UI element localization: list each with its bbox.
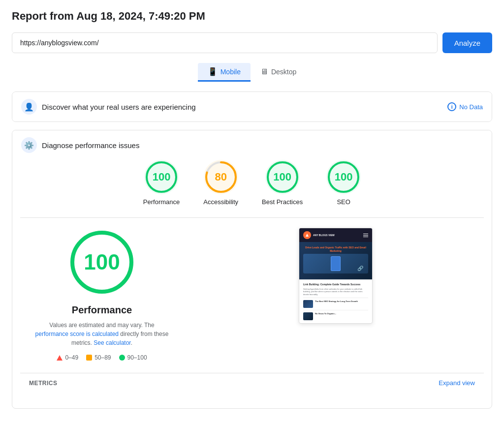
thumb-hero: Drive Leads and Organic Traffic with SEO… xyxy=(299,242,372,279)
analyze-button[interactable]: Analyze xyxy=(442,32,492,53)
tab-mobile[interactable]: 📱 Mobile xyxy=(198,63,251,82)
report-title: Report from Aug 18, 2024, 7:49:20 PM xyxy=(12,10,492,23)
menu-line-2 xyxy=(363,235,368,236)
seo-value: 100 xyxy=(335,171,353,183)
svg-marker-10 xyxy=(306,234,309,237)
tabs: 📱 Mobile 🖥 Desktop xyxy=(12,63,492,82)
best-practices-label: Best Practices xyxy=(262,198,303,206)
big-performance-circle: 100 xyxy=(67,228,136,297)
thumb-mini-img-2 xyxy=(303,312,313,320)
diagnose-icon: ⚙️ xyxy=(21,137,37,153)
thumb-mini-img-1 xyxy=(303,300,313,308)
real-users-header: 👤 Discover what your real users are expe… xyxy=(12,92,492,121)
diagnose-title: Diagnose performance issues xyxy=(42,141,139,150)
thumb-card-text: Getting hyperlinks from other websites f… xyxy=(303,288,368,296)
diagnose-section: ⚙️ Diagnose performance issues 100 Perfo… xyxy=(12,130,492,409)
score-seo: 100 SEO xyxy=(326,160,361,206)
real-users-left: 👤 Discover what your real users are expe… xyxy=(21,99,196,115)
perf-left: 100 Performance Values are estimated and… xyxy=(28,228,176,361)
metrics-bar: METRICS Expand view xyxy=(20,373,484,393)
thumb-logo: ANY BLOGS VIEW xyxy=(303,231,335,239)
website-thumbnail: ANY BLOGS VIEW Drive Leads and Organic T… xyxy=(299,228,373,324)
legend-medium-range: 50–89 xyxy=(94,354,111,361)
thumb-link-icon: 🔗 xyxy=(357,266,363,271)
thumb-logo-icon xyxy=(303,231,311,239)
tab-mobile-label: Mobile xyxy=(220,68,241,76)
performance-label: Performance xyxy=(143,198,180,206)
legend-low-range: 0–49 xyxy=(65,354,78,361)
mobile-icon: 📱 xyxy=(208,67,218,76)
score-best-practices: 100 Best Practices xyxy=(262,160,303,206)
thumb-card: Link Building: Complete Guide Towards Su… xyxy=(299,279,372,323)
thumb-logo-text: ANY BLOGS VIEW xyxy=(313,234,335,237)
thumb-logo-svg xyxy=(305,233,309,237)
accessibility-label: Accessibility xyxy=(203,198,238,206)
perf-detail: 100 Performance Values are estimated and… xyxy=(20,228,484,369)
expand-view-button[interactable]: Expand view xyxy=(439,379,475,387)
seo-circle: 100 xyxy=(326,160,361,194)
score-legend: 0–49 50–89 90–100 xyxy=(57,354,147,361)
calculator-link[interactable]: See calculator xyxy=(94,339,130,346)
accessibility-circle: 80 xyxy=(204,160,238,194)
thumb-hero-image: 🔗 xyxy=(303,254,368,273)
score-accessibility: 80 Accessibility xyxy=(203,160,238,206)
legend-high-range: 90–100 xyxy=(127,354,147,361)
perf-desc-start: Values are estimated and may vary. The xyxy=(49,322,154,329)
info-icon: i xyxy=(447,102,456,111)
real-users-title: Discover what your real users are experi… xyxy=(42,103,196,111)
seo-label: SEO xyxy=(337,198,350,206)
real-users-icon: 👤 xyxy=(21,99,37,115)
desktop-icon: 🖥 xyxy=(260,67,268,76)
no-data-badge[interactable]: i No Data xyxy=(447,102,483,111)
thumb-mini-row-2: No Views To Organic... xyxy=(303,310,368,320)
legend-medium: 50–89 xyxy=(86,354,111,361)
thumb-mini-text-2: No Views To Organic... xyxy=(315,312,336,320)
tab-desktop[interactable]: 🖥 Desktop xyxy=(251,63,306,82)
scores-row: 100 Performance 80 Accessibility xyxy=(20,160,484,206)
thumb-header: ANY BLOGS VIEW xyxy=(299,228,372,242)
perf-desc-end: . xyxy=(131,339,132,346)
no-data-label: No Data xyxy=(459,103,483,111)
perf-detail-title: Performance xyxy=(72,304,132,316)
score-performance: 100 Performance xyxy=(143,160,180,206)
real-users-section: 👤 Discover what your real users are expe… xyxy=(12,91,492,122)
perf-right: ANY BLOGS VIEW Drive Leads and Organic T… xyxy=(195,228,476,324)
perf-description: Values are estimated and may vary. The p… xyxy=(33,321,171,347)
thumb-hero-title: Drive Leads and Organic Traffic with SEO… xyxy=(303,246,368,252)
scores-panel: 100 Performance 80 Accessibility xyxy=(12,160,492,400)
performance-circle: 100 xyxy=(144,160,179,194)
big-performance-value: 100 xyxy=(84,250,120,274)
accessibility-value: 80 xyxy=(215,171,226,183)
best-practices-circle: 100 xyxy=(265,160,300,194)
menu-line-3 xyxy=(363,237,368,237)
best-practices-value: 100 xyxy=(273,171,291,183)
legend-high: 90–100 xyxy=(119,354,147,361)
metrics-label: METRICS xyxy=(29,380,58,387)
thumb-mini-text-1: The Best SEO Strategy for Long-Term Grow… xyxy=(315,300,358,308)
tab-desktop-label: Desktop xyxy=(271,68,296,76)
perf-score-link[interactable]: performance score is calculated xyxy=(35,331,119,337)
url-input[interactable] xyxy=(12,32,438,53)
thumb-menu-icon xyxy=(363,234,368,237)
legend-triangle-icon xyxy=(57,355,63,361)
diagnose-header: ⚙️ Diagnose performance issues xyxy=(12,130,492,160)
thumb-mini-row-1: The Best SEO Strategy for Long-Term Grow… xyxy=(303,298,368,308)
legend-dot-icon xyxy=(119,355,125,361)
url-bar: Analyze xyxy=(12,32,492,53)
menu-line-1 xyxy=(363,234,368,234)
thumb-device-icon xyxy=(331,256,341,271)
scores-divider xyxy=(20,217,484,218)
legend-square-icon xyxy=(86,355,92,361)
diagnose-left: ⚙️ Diagnose performance issues xyxy=(21,137,139,153)
thumb-card-title: Link Building: Complete Guide Towards Su… xyxy=(303,283,368,286)
performance-value: 100 xyxy=(153,171,171,183)
legend-low: 0–49 xyxy=(57,354,78,361)
